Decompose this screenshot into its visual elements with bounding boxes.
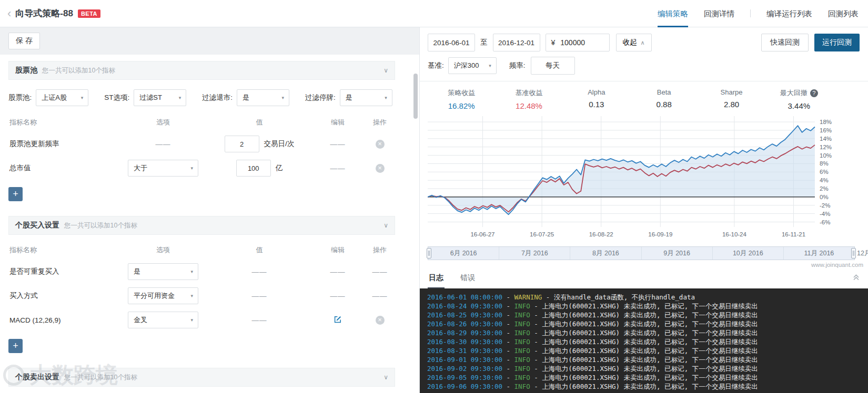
initial-capital-input[interactable]: ¥ 100000 — [546, 34, 610, 51]
dash-text: —— — [330, 292, 346, 300]
remove-icon[interactable]: × — [376, 164, 385, 173]
frequency-label: 频率: — [509, 61, 526, 70]
log-separator: - — [530, 347, 542, 355]
dash-text: —— — [156, 140, 171, 148]
navigator-month-3[interactable]: 8月 2016 — [570, 247, 641, 260]
chart-area: 16-06-2716-07-2516-08-2216-09-1916-10-24… — [428, 113, 868, 243]
tab-4[interactable]: 回测列表 — [828, 0, 859, 27]
navigator-right-handle[interactable] — [851, 248, 856, 258]
log-level: INFO — [514, 311, 530, 319]
log-separator: - — [502, 365, 514, 373]
table-header-cell: 值 — [208, 245, 310, 255]
metric-3: Alpha0.13 — [563, 88, 630, 110]
back-icon[interactable]: ‹ — [7, 8, 11, 19]
tab-3[interactable]: 编译运行列表 — [766, 0, 812, 27]
navigator-left-handle[interactable] — [427, 248, 431, 258]
frequency-field[interactable]: 每天 — [531, 57, 575, 75]
metric-value: 16.82% — [428, 101, 495, 110]
option-select[interactable]: 是▾ — [128, 263, 198, 280]
log-line: 2016-08-29 09:30:00 - INFO - 上海电力(600021… — [427, 328, 868, 337]
log-separator: - — [502, 347, 514, 355]
filter-select-1[interactable]: 上证A股▾ — [36, 89, 88, 106]
left-body: 股票池 您一共可以添加10个指标 ∨ 股票池:上证A股▾ST选项:过滤ST▾过滤… — [0, 55, 419, 387]
navigator-month-5[interactable]: 10月 2016 — [713, 247, 784, 260]
svg-text:10%: 10% — [820, 152, 832, 159]
navigator[interactable]: 6月 20167月 20168月 20169月 201610月 201611月 … — [428, 246, 855, 260]
log-terminal[interactable]: 2016-06-01 08:00:00 - WARNING - 没有handle… — [420, 288, 868, 393]
remove-icon[interactable]: × — [376, 140, 385, 149]
log-separator: - — [502, 356, 514, 364]
section-title: 个股卖出设置 — [15, 373, 59, 382]
svg-text:14%: 14% — [820, 136, 832, 142]
add-indicator-button[interactable]: + — [8, 187, 23, 201]
collapse-button[interactable]: 收起 ∧ — [616, 34, 652, 51]
log-message: 上海电力(600021.XSHG) 未卖出成功, 已标记, 下一个交易日继续卖出 — [542, 356, 758, 364]
tab-2[interactable]: 回测详情 — [704, 0, 734, 27]
navigator-month-6[interactable]: 11月 2016 — [784, 247, 854, 260]
help-icon[interactable]: ? — [810, 89, 818, 97]
section-header-stock-pool[interactable]: 股票池 您一共可以添加10个指标 ∨ — [8, 61, 395, 80]
left-panel-scrollbar[interactable] — [413, 74, 418, 119]
log-message: 上海电力(600021.XSHG) 未卖出成功, 已标记, 下一个交易日继续卖出 — [542, 365, 758, 373]
navigator-month-4[interactable]: 9月 2016 — [642, 247, 713, 260]
filter-select-2[interactable]: 过滤ST▾ — [134, 89, 186, 106]
caret-up-icon: ∧ — [641, 39, 645, 46]
filter-select-3[interactable]: 是▾ — [237, 89, 289, 106]
svg-text:16-10-24: 16-10-24 — [722, 231, 747, 237]
date-range-separator: 至 — [480, 38, 488, 47]
pool-indicator-table: 指标名称选项值编辑操作股票池更新频率——交易日/次——×总市值大于▾亿——× — [8, 116, 395, 184]
table-header-cell: 选项 — [118, 118, 208, 127]
start-date-input[interactable] — [428, 34, 475, 51]
caret-down-icon: ▾ — [489, 63, 491, 68]
log-separator: - — [530, 320, 542, 328]
section-header-buy[interactable]: 个股买入设置 您一共可以添加10个指标 ∨ — [8, 216, 395, 235]
value-input[interactable] — [225, 136, 259, 152]
metric-label: 基准收益 — [495, 88, 562, 98]
log-tab-2[interactable]: 错误 — [459, 271, 476, 288]
log-timestamp: 2016-08-31 09:30:00 — [427, 347, 502, 355]
add-indicator-button[interactable]: + — [8, 339, 23, 353]
caret-down-icon: ▾ — [282, 95, 285, 100]
log-separator: - — [530, 338, 542, 346]
svg-text:6%: 6% — [820, 169, 829, 175]
log-line: 2016-08-24 09:30:00 - INFO - 上海电力(600021… — [427, 302, 868, 311]
save-button[interactable]: 保 存 — [8, 33, 40, 49]
benchmark-select[interactable]: 沪深300 ▾ — [448, 57, 497, 74]
chevron-down-icon[interactable]: ∨ — [383, 374, 388, 381]
svg-text:0%: 0% — [820, 194, 829, 200]
end-date-input[interactable] — [493, 34, 540, 51]
value-input[interactable] — [236, 160, 271, 177]
filter-select-4[interactable]: 是▾ — [340, 89, 392, 106]
indicator-name: 是否可重复买入 — [8, 267, 118, 276]
option-select[interactable]: 平分可用资金▾ — [128, 287, 198, 304]
section-header-sell[interactable]: 个股卖出设置 您一共可以添加10个指标 ∨ — [8, 368, 395, 387]
operation-cell: —— — [365, 292, 395, 300]
dash-text: —— — [252, 316, 267, 324]
backtest-controls: 至 ¥ 100000 收起 ∧ 快速回测 运行回测 基准: 沪深300 ▾ — [420, 27, 868, 81]
svg-text:2%: 2% — [820, 185, 829, 192]
chevrons-up-icon[interactable] — [852, 273, 860, 281]
log-message: 上海电力(600021.XSHG) 未卖出成功, 已标记, 下一个交易日继续卖出 — [542, 320, 758, 328]
log-message: 上海电力(600021.XSHG) 未卖出成功, 已标记, 下一个交易日继续卖出 — [542, 329, 758, 337]
log-level: INFO — [514, 382, 530, 390]
option-cell: —— — [118, 140, 208, 148]
chevron-down-icon[interactable]: ∨ — [383, 222, 388, 229]
caret-down-icon: ▾ — [385, 95, 387, 100]
tab-1[interactable]: 编辑策略 — [658, 0, 688, 27]
operation-cell: × — [365, 140, 395, 149]
filter-label: 过滤退市: — [202, 93, 233, 102]
navigator-month-2[interactable]: 7月 2016 — [499, 247, 570, 260]
run-backtest-button[interactable]: 运行回测 — [814, 34, 860, 51]
option-select[interactable]: 金叉▾ — [128, 312, 198, 328]
edit-icon[interactable] — [334, 315, 342, 324]
chevron-down-icon[interactable]: ∨ — [383, 67, 388, 74]
option-select[interactable]: 大于▾ — [128, 160, 198, 177]
remove-icon[interactable]: × — [376, 316, 385, 325]
log-tab-1[interactable]: 日志 — [428, 271, 445, 288]
metric-1: 策略收益16.82% — [428, 88, 495, 110]
navigator-month-1[interactable]: 6月 2016 — [428, 247, 499, 260]
option-select-value: 大于 — [134, 163, 147, 173]
quick-backtest-button[interactable]: 快速回测 — [761, 34, 809, 51]
metric-label: Sharpe — [698, 88, 765, 96]
performance-chart: 16-06-2716-07-2516-08-2216-09-1916-10-24… — [428, 113, 855, 242]
